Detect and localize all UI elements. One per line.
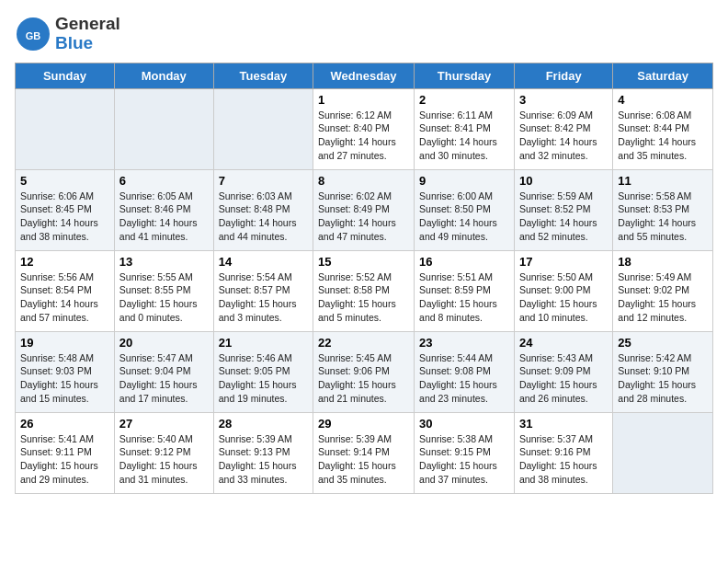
day-number: 21	[219, 336, 308, 350]
calendar-cell: 30Sunrise: 5:38 AM Sunset: 9:15 PM Dayli…	[415, 412, 515, 493]
day-info: Sunrise: 5:50 AM Sunset: 9:00 PM Dayligh…	[519, 270, 608, 325]
calendar-cell: 25Sunrise: 5:42 AM Sunset: 9:10 PM Dayli…	[613, 331, 713, 412]
day-info: Sunrise: 5:51 AM Sunset: 8:59 PM Dayligh…	[419, 270, 509, 325]
header-wednesday: Wednesday	[313, 63, 415, 88]
day-number: 31	[519, 417, 608, 431]
day-info: Sunrise: 6:03 AM Sunset: 8:48 PM Dayligh…	[219, 190, 308, 244]
header-saturday: Saturday	[613, 63, 713, 88]
day-number: 22	[318, 336, 409, 350]
day-number: 5	[20, 174, 109, 188]
day-number: 9	[419, 174, 509, 188]
calendar-cell: 4Sunrise: 6:08 AM Sunset: 8:44 PM Daylig…	[613, 88, 713, 169]
day-number: 16	[419, 255, 509, 269]
header-friday: Friday	[514, 63, 612, 88]
day-info: Sunrise: 5:52 AM Sunset: 8:58 PM Dayligh…	[318, 270, 409, 325]
calendar-cell: 17Sunrise: 5:50 AM Sunset: 9:00 PM Dayli…	[514, 250, 612, 331]
day-info: Sunrise: 5:56 AM Sunset: 8:54 PM Dayligh…	[20, 270, 109, 325]
week-row-3: 12Sunrise: 5:56 AM Sunset: 8:54 PM Dayli…	[16, 250, 713, 331]
day-number: 23	[419, 336, 509, 350]
calendar-cell: 16Sunrise: 5:51 AM Sunset: 8:59 PM Dayli…	[415, 250, 515, 331]
day-number: 4	[618, 93, 708, 107]
week-row-5: 26Sunrise: 5:41 AM Sunset: 9:11 PM Dayli…	[16, 412, 713, 493]
day-info: Sunrise: 6:11 AM Sunset: 8:41 PM Dayligh…	[419, 109, 509, 163]
week-row-1: 1Sunrise: 6:12 AM Sunset: 8:40 PM Daylig…	[16, 88, 713, 169]
day-number: 14	[219, 255, 308, 269]
header-monday: Monday	[114, 63, 213, 88]
day-info: Sunrise: 6:08 AM Sunset: 8:44 PM Dayligh…	[618, 109, 708, 163]
day-info: Sunrise: 5:44 AM Sunset: 9:08 PM Dayligh…	[419, 351, 509, 406]
header-row: SundayMondayTuesdayWednesdayThursdayFrid…	[16, 63, 713, 88]
calendar-cell: 12Sunrise: 5:56 AM Sunset: 8:54 PM Dayli…	[16, 250, 115, 331]
day-number: 20	[119, 336, 209, 350]
calendar-cell	[114, 88, 213, 169]
header-sunday: Sunday	[16, 63, 115, 88]
day-info: Sunrise: 5:47 AM Sunset: 9:04 PM Dayligh…	[119, 351, 209, 406]
calendar-cell: 27Sunrise: 5:40 AM Sunset: 9:12 PM Dayli…	[114, 412, 213, 493]
day-number: 8	[318, 174, 409, 188]
logo-blue-text: Blue	[55, 34, 120, 53]
day-info: Sunrise: 5:48 AM Sunset: 9:03 PM Dayligh…	[20, 351, 109, 406]
day-info: Sunrise: 5:54 AM Sunset: 8:57 PM Dayligh…	[219, 270, 308, 325]
calendar-cell: 2Sunrise: 6:11 AM Sunset: 8:41 PM Daylig…	[415, 88, 515, 169]
calendar-table: SundayMondayTuesdayWednesdayThursdayFrid…	[15, 63, 713, 494]
logo-general-text: General	[55, 15, 120, 34]
day-number: 12	[20, 255, 109, 269]
day-number: 18	[618, 255, 708, 269]
calendar-cell: 10Sunrise: 5:59 AM Sunset: 8:52 PM Dayli…	[514, 169, 612, 250]
day-info: Sunrise: 5:42 AM Sunset: 9:10 PM Dayligh…	[618, 351, 708, 406]
day-info: Sunrise: 6:02 AM Sunset: 8:49 PM Dayligh…	[318, 190, 409, 244]
calendar-cell: 20Sunrise: 5:47 AM Sunset: 9:04 PM Dayli…	[114, 331, 213, 412]
svg-text:GB: GB	[26, 30, 41, 41]
day-info: Sunrise: 6:09 AM Sunset: 8:42 PM Dayligh…	[519, 109, 608, 163]
day-info: Sunrise: 5:49 AM Sunset: 9:02 PM Dayligh…	[618, 270, 708, 325]
day-info: Sunrise: 5:41 AM Sunset: 9:11 PM Dayligh…	[20, 432, 109, 487]
day-number: 26	[20, 417, 109, 431]
header-tuesday: Tuesday	[213, 63, 313, 88]
logo-svg: GB	[15, 16, 51, 52]
day-info: Sunrise: 6:12 AM Sunset: 8:40 PM Dayligh…	[318, 109, 409, 163]
day-number: 6	[119, 174, 209, 188]
calendar-cell: 5Sunrise: 6:06 AM Sunset: 8:45 PM Daylig…	[16, 169, 115, 250]
day-number: 24	[519, 336, 608, 350]
logo-text: General Blue	[55, 15, 120, 53]
day-number: 3	[519, 93, 608, 107]
logo: GB General Blue	[15, 15, 120, 53]
day-number: 7	[219, 174, 308, 188]
day-number: 13	[119, 255, 209, 269]
logo-container: GB General Blue	[15, 15, 120, 53]
calendar-cell	[16, 88, 115, 169]
header-thursday: Thursday	[415, 63, 515, 88]
calendar-cell: 14Sunrise: 5:54 AM Sunset: 8:57 PM Dayli…	[213, 250, 313, 331]
day-number: 28	[219, 417, 308, 431]
week-row-4: 19Sunrise: 5:48 AM Sunset: 9:03 PM Dayli…	[16, 331, 713, 412]
calendar-cell: 13Sunrise: 5:55 AM Sunset: 8:55 PM Dayli…	[114, 250, 213, 331]
day-number: 25	[618, 336, 708, 350]
calendar-cell: 11Sunrise: 5:58 AM Sunset: 8:53 PM Dayli…	[613, 169, 713, 250]
day-info: Sunrise: 5:45 AM Sunset: 9:06 PM Dayligh…	[318, 351, 409, 406]
day-info: Sunrise: 5:40 AM Sunset: 9:12 PM Dayligh…	[119, 432, 209, 487]
day-info: Sunrise: 5:43 AM Sunset: 9:09 PM Dayligh…	[519, 351, 608, 406]
calendar-cell: 28Sunrise: 5:39 AM Sunset: 9:13 PM Dayli…	[213, 412, 313, 493]
calendar-cell: 3Sunrise: 6:09 AM Sunset: 8:42 PM Daylig…	[514, 88, 612, 169]
day-number: 15	[318, 255, 409, 269]
calendar-cell: 29Sunrise: 5:39 AM Sunset: 9:14 PM Dayli…	[313, 412, 415, 493]
calendar-cell: 8Sunrise: 6:02 AM Sunset: 8:49 PM Daylig…	[313, 169, 415, 250]
day-info: Sunrise: 6:06 AM Sunset: 8:45 PM Dayligh…	[20, 190, 109, 244]
day-number: 27	[119, 417, 209, 431]
day-info: Sunrise: 6:00 AM Sunset: 8:50 PM Dayligh…	[419, 190, 509, 244]
day-info: Sunrise: 5:37 AM Sunset: 9:16 PM Dayligh…	[519, 432, 608, 487]
day-info: Sunrise: 5:39 AM Sunset: 9:13 PM Dayligh…	[219, 432, 308, 487]
day-number: 10	[519, 174, 608, 188]
week-row-2: 5Sunrise: 6:06 AM Sunset: 8:45 PM Daylig…	[16, 169, 713, 250]
day-info: Sunrise: 6:05 AM Sunset: 8:46 PM Dayligh…	[119, 190, 209, 244]
calendar-cell	[213, 88, 313, 169]
calendar-cell: 15Sunrise: 5:52 AM Sunset: 8:58 PM Dayli…	[313, 250, 415, 331]
calendar-cell: 31Sunrise: 5:37 AM Sunset: 9:16 PM Dayli…	[514, 412, 612, 493]
day-number: 1	[318, 93, 409, 107]
calendar-cell: 21Sunrise: 5:46 AM Sunset: 9:05 PM Dayli…	[213, 331, 313, 412]
calendar-cell: 22Sunrise: 5:45 AM Sunset: 9:06 PM Dayli…	[313, 331, 415, 412]
calendar-cell: 18Sunrise: 5:49 AM Sunset: 9:02 PM Dayli…	[613, 250, 713, 331]
calendar-cell: 1Sunrise: 6:12 AM Sunset: 8:40 PM Daylig…	[313, 88, 415, 169]
day-info: Sunrise: 5:59 AM Sunset: 8:52 PM Dayligh…	[519, 190, 608, 244]
calendar-cell	[613, 412, 713, 493]
